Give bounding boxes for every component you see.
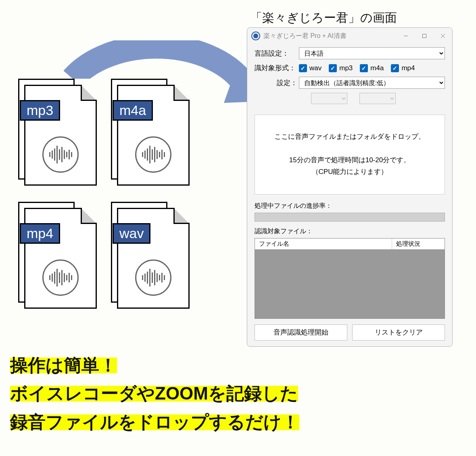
app-icon (251, 31, 260, 40)
detect-label: 設定： (255, 78, 299, 88)
promo-text: 操作は簡単！ ボイスレコーダやZOOMを記録した 録音ファイルをドロップするだけ… (10, 351, 299, 436)
file-icon-mp3: mp3 (18, 79, 99, 186)
waveform-icon (42, 136, 79, 173)
file-tag: mp3 (20, 100, 60, 121)
window-title: 楽々ぎじろー君 Pro + AI清書 (263, 32, 397, 40)
file-tag: wav (113, 223, 150, 244)
promo-line-1: 操作は簡単！ (10, 355, 117, 375)
screenshot-caption: 「楽々ぎじろー君」の画面 (250, 10, 397, 26)
close-button[interactable] (434, 28, 452, 44)
promo-line-2: ボイスレコーダやZOOMを記録した (10, 383, 298, 403)
checkbox-mp4[interactable]: ✓mp4 (391, 64, 415, 72)
file-tag: m4a (113, 100, 153, 121)
checkbox-mp3[interactable]: ✓mp3 (329, 64, 353, 72)
drop-text-2: 15分の音声で処理時間は10-20分です。 (263, 155, 436, 166)
file-icon-wav: wav (111, 202, 192, 309)
file-icon-m4a: m4a (111, 79, 192, 186)
sub-select-2[interactable] (359, 93, 396, 104)
progress-bar (255, 213, 445, 222)
check-icon: ✓ (391, 64, 399, 72)
check-icon: ✓ (329, 64, 337, 72)
file-icon-mp4: mp4 (18, 202, 99, 309)
maximize-icon (422, 33, 427, 38)
column-filename[interactable]: ファイル名 (255, 238, 392, 249)
svg-rect-2 (423, 34, 426, 38)
check-icon: ✓ (299, 64, 307, 72)
maximize-button[interactable] (415, 28, 434, 44)
waveform-icon (42, 259, 79, 296)
check-icon: ✓ (360, 64, 368, 72)
close-icon (441, 33, 445, 38)
sub-select-1[interactable] (311, 93, 347, 104)
clear-list-button[interactable]: リストをクリア (352, 324, 445, 341)
app-window: 楽々ぎじろー君 Pro + AI清書 言語設定： 日本語 識対象形式： ✓wav… (247, 27, 453, 347)
file-tag: mp4 (20, 223, 60, 244)
detect-select[interactable]: 自動検出（話者識別精度:低） (299, 77, 445, 89)
language-select[interactable]: 日本語 (299, 47, 445, 59)
drop-text-1: ここに音声ファイルまたはフォルダをドロップ。 (263, 131, 436, 143)
file-table: ファイル名 処理状況 (255, 238, 445, 319)
file-table-body[interactable] (255, 250, 445, 318)
drop-text-3: （CPU能力によります） (263, 166, 436, 178)
waveform-icon (135, 259, 171, 296)
promo-line-3: 録音ファイルをドロップするだけ！ (10, 412, 299, 432)
file-list-label: 認識対象ファイル： (255, 227, 445, 236)
title-bar[interactable]: 楽々ぎじろー君 Pro + AI清書 (247, 28, 452, 44)
progress-label: 処理中ファイルの進捗率： (255, 202, 445, 210)
minimize-icon (403, 33, 408, 38)
format-label: 識対象形式： (255, 63, 299, 73)
language-label: 言語設定： (255, 49, 299, 58)
drop-zone[interactable]: ここに音声ファイルまたはフォルダをドロップ。 15分の音声で処理時間は10-20… (255, 115, 445, 195)
waveform-icon (135, 136, 171, 173)
file-icons-area: mp3 m4a mp4 wav (18, 79, 192, 309)
checkbox-wav[interactable]: ✓wav (299, 64, 322, 72)
minimize-button[interactable] (397, 28, 415, 44)
start-recognition-button[interactable]: 音声認識処理開始 (255, 324, 347, 341)
checkbox-m4a[interactable]: ✓m4a (360, 64, 384, 72)
column-status[interactable]: 処理状況 (392, 238, 445, 249)
